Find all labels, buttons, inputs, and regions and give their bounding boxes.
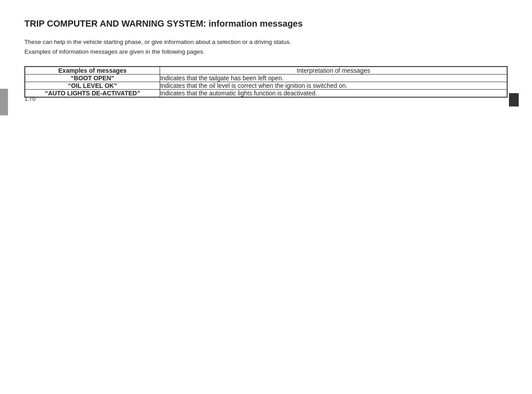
- table-row: “AUTO LIGHTS DE-ACTIVATED”Indicates that…: [25, 90, 507, 98]
- left-tab-marker: [0, 89, 8, 115]
- table-cell-interpretation-1: Indicates that the oil level is correct …: [160, 82, 507, 90]
- table-row: “OIL LEVEL OK”Indicates that the oil lev…: [25, 82, 507, 90]
- table-header-row: Examples of messages Interpretation of m…: [25, 67, 507, 75]
- table-cell-interpretation-0: Indicates that the tailgate has been lef…: [160, 75, 507, 82]
- table-header-col2: Interpretation of messages: [160, 67, 507, 75]
- table-cell-message-1: “OIL LEVEL OK”: [25, 82, 160, 90]
- description-line2: Examples of information messages are giv…: [24, 48, 205, 55]
- page-footer-bar: [509, 93, 519, 106]
- table-row: “BOOT OPEN”Indicates that the tailgate h…: [25, 75, 507, 82]
- description-line1: These can help in the vehicle starting p…: [24, 39, 291, 45]
- page-description: These can help in the vehicle starting p…: [24, 37, 508, 56]
- page-container: TRIP COMPUTER AND WARNING SYSTEM: inform…: [0, 0, 532, 115]
- page-title: TRIP COMPUTER AND WARNING SYSTEM: inform…: [24, 18, 508, 29]
- table-cell-message-2: “AUTO LIGHTS DE-ACTIVATED”: [25, 90, 160, 98]
- table-cell-interpretation-2: Indicates that the automatic lights func…: [160, 90, 507, 98]
- table-header-col1: Examples of messages: [25, 67, 160, 75]
- table-cell-message-0: “BOOT OPEN”: [25, 75, 160, 82]
- information-table: Examples of messages Interpretation of m…: [24, 66, 508, 98]
- page-footer: 1.70: [24, 95, 35, 102]
